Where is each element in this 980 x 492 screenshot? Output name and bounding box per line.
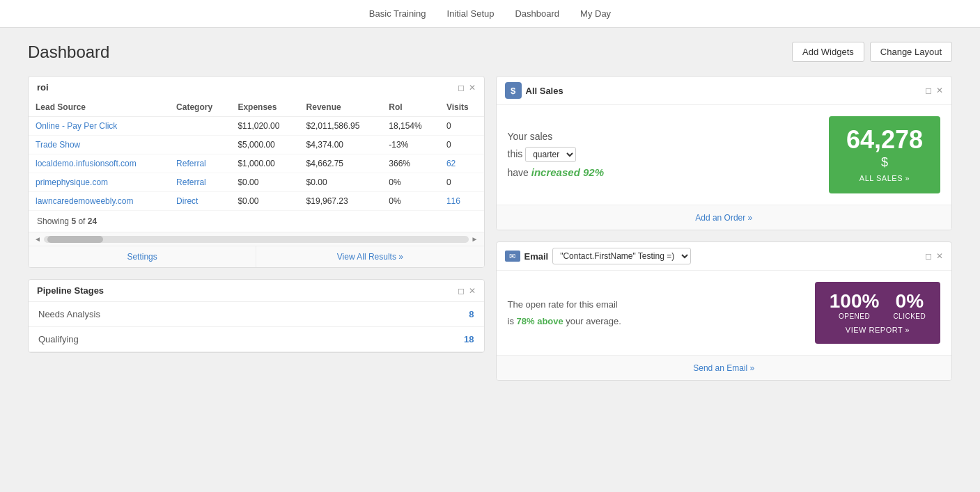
average-text: your average. (566, 316, 621, 326)
pipeline-close-icon[interactable]: ✕ (469, 287, 476, 295)
expenses-cell: $11,020.00 (231, 117, 299, 136)
visits-cell: 0 (440, 117, 484, 136)
revenue-cell: $4,374.00 (300, 136, 382, 154)
pipeline-row-label: Needs Analysis (38, 309, 100, 319)
category-link[interactable]: Referral (176, 159, 206, 168)
increased-label: increased 92% (531, 166, 604, 178)
pipeline-rows-container: Needs Analysis8Qualifying18 (29, 302, 484, 352)
nav-dashboard[interactable]: Dashboard (515, 6, 559, 22)
email-stats-box: 100% OPENED 0% CLICKED VIEW REPORT » (815, 282, 940, 344)
lead-source-link[interactable]: lawncaredemoweebly.com (36, 196, 134, 206)
roi-settings-button[interactable]: Settings (29, 246, 256, 267)
scrollbar-thumb (47, 236, 103, 243)
all-sales-body: Your sales this quarter month year have … (497, 105, 952, 205)
change-layout-button[interactable]: Change Layout (870, 42, 952, 62)
table-row: lawncaredemoweebly.comDirect$0.00$19,967… (29, 192, 484, 211)
view-report-link[interactable]: VIEW REPORT » (829, 326, 926, 334)
email-widget-controls: ◻ ✕ (925, 252, 943, 260)
pipeline-row: Qualifying18 (29, 327, 484, 352)
all-sales-widget: $ All Sales ◻ ✕ Your sales this quarter (496, 76, 953, 230)
sales-text: Your sales this quarter month year have … (508, 128, 604, 182)
roi-widget: roi ◻ ✕ Lead Source Category Expenses (28, 76, 485, 268)
roi-table: Lead Source Category Expenses Revenue Ro… (29, 98, 484, 211)
period-select[interactable]: quarter month year (525, 147, 576, 162)
roi-scrollbar[interactable]: ◄ ► (29, 232, 484, 246)
revenue-cell: $4,662.75 (300, 154, 382, 173)
roi-minimize-icon[interactable]: ◻ (458, 84, 465, 92)
visits-cell: 0 (440, 136, 484, 154)
all-sales-close-icon[interactable]: ✕ (936, 86, 943, 95)
table-row: Trade Show$5,000.00$4,374.00-13%0 (29, 136, 484, 154)
col-visits: Visits (440, 98, 484, 117)
lead-source-cell: lawncaredemoweebly.com (29, 192, 169, 211)
add-order-link[interactable]: Add an Order » (695, 213, 752, 223)
email-header: ✉ Email "Contact.FirstName" Testing =) (505, 248, 690, 264)
lead-source-cell: localdemo.infusionsoft.com (29, 154, 169, 173)
col-category: Category (169, 98, 231, 117)
is-label: is (508, 316, 514, 326)
pipeline-row: Needs Analysis8 (29, 302, 484, 327)
category-link[interactable]: Referral (176, 177, 206, 187)
expenses-cell: $5,000.00 (231, 136, 299, 154)
col-roi: RoI (382, 98, 440, 117)
scroll-right-icon[interactable]: ► (472, 235, 479, 243)
category-cell: Referral (169, 173, 231, 192)
this-label: this (508, 148, 523, 159)
revenue-cell: $0.00 (300, 173, 382, 192)
col-revenue: Revenue (300, 98, 382, 117)
lead-source-link[interactable]: Trade Show (36, 140, 80, 150)
scroll-left-icon[interactable]: ◄ (34, 235, 41, 243)
roi-cell: 366% (382, 154, 440, 173)
roi-widget-title: roi (37, 82, 49, 93)
send-email-link[interactable]: Send an Email » (693, 363, 754, 373)
sales-number-box: 64,278 $ ALL SALES » (829, 116, 940, 193)
visits-cell: 62 (440, 154, 484, 173)
scrollbar-track (44, 236, 469, 243)
dashboard-grid: roi ◻ ✕ Lead Source Category Expenses (28, 76, 952, 381)
table-row: localdemo.infusionsoft.comReferral$1,000… (29, 154, 484, 173)
top-navigation: Basic Training Initial Setup Dashboard M… (0, 0, 980, 28)
above-pct-label: 78% above (517, 316, 563, 326)
opened-label: OPENED (830, 312, 880, 320)
nav-initial-setup[interactable]: Initial Setup (447, 6, 495, 22)
add-widgets-button[interactable]: Add Widgets (792, 42, 864, 62)
dollar-icon: $ (505, 82, 522, 99)
add-order-row: Add an Order » (497, 205, 952, 230)
email-minimize-icon[interactable]: ◻ (925, 252, 932, 260)
roi-widget-footer: Settings View All Results » (29, 246, 484, 267)
lead-source-link[interactable]: Online - Pay Per Click (36, 121, 117, 131)
roi-cell: 0% (382, 173, 440, 192)
page-content: Dashboard Add Widgets Change Layout roi … (0, 28, 980, 395)
category-link[interactable]: Direct (176, 196, 198, 206)
opened-value: 100% (830, 292, 880, 311)
pipeline-row-value: 8 (469, 309, 474, 319)
lead-source-link[interactable]: localdemo.infusionsoft.com (36, 159, 137, 168)
right-column: $ All Sales ◻ ✕ Your sales this quarter (496, 76, 953, 381)
email-close-icon[interactable]: ✕ (936, 252, 943, 260)
header-buttons: Add Widgets Change Layout (792, 42, 952, 62)
all-sales-minimize-icon[interactable]: ◻ (925, 86, 932, 95)
nav-basic-training[interactable]: Basic Training (369, 6, 426, 22)
col-expenses: Expenses (231, 98, 299, 117)
email-stats-row: 100% OPENED 0% CLICKED (829, 292, 926, 320)
email-select[interactable]: "Contact.FirstName" Testing =) (552, 248, 691, 264)
pipeline-widget: Pipeline Stages ◻ ✕ Needs Analysis8Quali… (28, 279, 485, 353)
pipeline-minimize-icon[interactable]: ◻ (458, 287, 465, 295)
all-sales-header: $ All Sales (505, 82, 563, 99)
all-sales-link[interactable]: ALL SALES » (846, 174, 924, 182)
email-envelope-icon: ✉ (505, 251, 520, 262)
nav-my-day[interactable]: My Day (580, 6, 611, 22)
clicked-stat: 0% CLICKED (893, 292, 926, 320)
lead-source-link[interactable]: primephysique.com (36, 177, 108, 187)
lead-source-cell: Trade Show (29, 136, 169, 154)
roi-close-icon[interactable]: ✕ (469, 84, 476, 92)
lead-source-cell: Online - Pay Per Click (29, 117, 169, 136)
roi-cell: 18,154% (382, 117, 440, 136)
visits-cell: 0 (440, 173, 484, 192)
roi-view-all-button[interactable]: View All Results » (256, 246, 483, 267)
roi-showing-text: Showing 5 of 24 (29, 211, 484, 232)
col-lead-source: Lead Source (29, 98, 169, 117)
revenue-cell: $2,011,586.95 (300, 117, 382, 136)
page-title: Dashboard (28, 42, 109, 62)
pipeline-row-value: 18 (464, 334, 474, 344)
